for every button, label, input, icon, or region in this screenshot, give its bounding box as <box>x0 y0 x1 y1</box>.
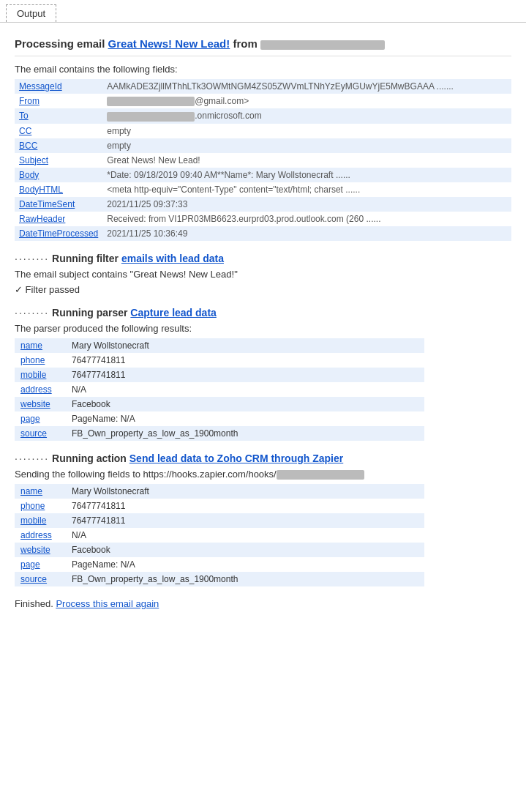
action-field-label[interactable]: mobile <box>15 513 66 528</box>
action-field-label[interactable]: page <box>15 557 66 572</box>
parser-field-label[interactable]: website <box>15 397 66 411</box>
action-field-value: PageName: N/A <box>66 557 424 572</box>
email-field-label[interactable]: MessageId <box>15 79 102 94</box>
parser-dots: ········ <box>15 307 49 319</box>
email-field-value: Received: from VI1PR03MB6623.eurprd03.pr… <box>102 212 511 226</box>
filter-link[interactable]: emails with lead data <box>121 253 224 264</box>
email-field-value: <meta http-equiv="Content-Type" content=… <box>102 182 511 197</box>
filter-header: ········ Running filter emails with lead… <box>15 253 511 264</box>
action-field-value: Mary Wollstonecraft <box>66 484 424 499</box>
parser-field-value: 76477741811 <box>66 368 424 382</box>
email-field-value: AAMkADE3ZjllMThhLTk3OWMtNGM4ZS05ZWVmLTNh… <box>102 79 511 94</box>
fields-intro: The email contains the following fields: <box>15 64 511 75</box>
parser-field-label[interactable]: mobile <box>15 368 66 382</box>
email-field-label[interactable]: To <box>15 108 102 123</box>
filter-dots: ········ <box>15 253 49 264</box>
email-fields-section: The email contains the following fields:… <box>15 64 511 241</box>
process-again-link[interactable]: Process this email again <box>56 598 159 609</box>
action-header: ········ Running action Send lead data t… <box>15 452 511 464</box>
parser-field-value: PageName: N/A <box>66 411 424 426</box>
action-dots: ········ <box>15 452 49 464</box>
parser-field-value: N/A <box>66 382 424 397</box>
email-field-value: 2021/11/25 10:36:49 <box>102 226 511 241</box>
parser-field-label[interactable]: name <box>15 338 66 353</box>
email-field-value: empty <box>102 138 511 153</box>
sending-prefix: Sending the following fields to https://… <box>15 469 277 480</box>
parser-results-table: nameMary Wollstonecraftphone76477741811m… <box>15 338 424 441</box>
email-subject-link[interactable]: Great News! New Lead! <box>108 37 230 50</box>
email-field-value: Great News! New Lead! <box>102 153 511 168</box>
parser-header: ········ Running parser Capture lead dat… <box>15 307 511 319</box>
email-field-label[interactable]: BCC <box>15 138 102 153</box>
parser-field-value: FB_Own_property_as_low_as_1900month <box>66 426 424 441</box>
parser-field-label[interactable]: address <box>15 382 66 397</box>
email-field-label[interactable]: From <box>15 94 102 108</box>
parser-field-value: Mary Wollstonecraft <box>66 338 424 353</box>
finished-line: Finished. Process this email again <box>15 598 511 609</box>
tab-bar: Output <box>0 0 526 23</box>
email-field-label[interactable]: DateTimeSent <box>15 197 102 212</box>
parser-prefix: Running parser <box>49 307 130 319</box>
parser-link[interactable]: Capture lead data <box>130 307 216 319</box>
parser-description: The parser produced the following result… <box>15 323 511 334</box>
action-field-label[interactable]: phone <box>15 499 66 513</box>
email-field-value: empty <box>102 124 511 138</box>
action-link[interactable]: Send lead data to Zoho CRM through Zapie… <box>129 452 343 464</box>
action-field-label[interactable]: address <box>15 528 66 543</box>
parser-field-value: 76477741811 <box>66 353 424 368</box>
action-field-value: Facebook <box>66 543 424 557</box>
action-field-label[interactable]: source <box>15 572 66 586</box>
output-tab[interactable]: Output <box>6 4 56 22</box>
email-field-label[interactable]: Body <box>15 168 102 182</box>
email-field-label[interactable]: BodyHTML <box>15 182 102 197</box>
filter-section: ········ Running filter emails with lead… <box>15 253 511 295</box>
parser-field-label[interactable]: page <box>15 411 66 426</box>
email-field-label[interactable]: DateTimeProcessed <box>15 226 102 241</box>
action-field-value: 76477741811 <box>66 499 424 513</box>
email-fields-table: MessageIdAAMkADE3ZjllMThhLTk3OWMtNGM4ZS0… <box>15 79 511 241</box>
action-prefix: Running action <box>49 452 129 464</box>
parser-field-label[interactable]: source <box>15 426 66 441</box>
parser-section: ········ Running parser Capture lead dat… <box>15 307 511 441</box>
processing-header: Processing email Great News! New Lead! f… <box>15 37 511 56</box>
finished-text: Finished. <box>15 598 56 609</box>
action-results-table: nameMary Wollstonecraftphone76477741811m… <box>15 484 424 586</box>
main-content: Processing email Great News! New Lead! f… <box>0 37 526 624</box>
action-field-value: 76477741811 <box>66 513 424 528</box>
email-field-value: .onmicrosoft.com <box>102 108 511 123</box>
action-field-value: FB_Own_property_as_low_as_1900month <box>66 572 424 586</box>
action-field-label[interactable]: name <box>15 484 66 499</box>
sending-text: Sending the following fields to https://… <box>15 469 511 480</box>
email-field-label[interactable]: CC <box>15 124 102 138</box>
filter-prefix: Running filter <box>49 253 121 264</box>
action-field-label[interactable]: website <box>15 543 66 557</box>
action-section: ········ Running action Send lead data t… <box>15 452 511 586</box>
email-field-label[interactable]: RawHeader <box>15 212 102 226</box>
parser-field-label[interactable]: phone <box>15 353 66 368</box>
processing-prefix: Processing email <box>15 37 108 50</box>
parser-field-value: Facebook <box>66 397 424 411</box>
email-field-value: 2021/11/25 09:37:33 <box>102 197 511 212</box>
zapier-url-blurred <box>277 470 364 480</box>
action-field-value: N/A <box>66 528 424 543</box>
email-field-value: @gmail.com> <box>102 94 511 108</box>
from-address-blurred <box>260 40 385 50</box>
filter-passed: ✓ Filter passed <box>15 284 511 295</box>
email-field-label[interactable]: Subject <box>15 153 102 168</box>
processing-from: from <box>230 37 260 50</box>
filter-description: The email subject contains "Great News! … <box>15 269 511 280</box>
email-field-value: *Date: 09/18/2019 09:40 AM**Name*: Mary … <box>102 168 511 182</box>
